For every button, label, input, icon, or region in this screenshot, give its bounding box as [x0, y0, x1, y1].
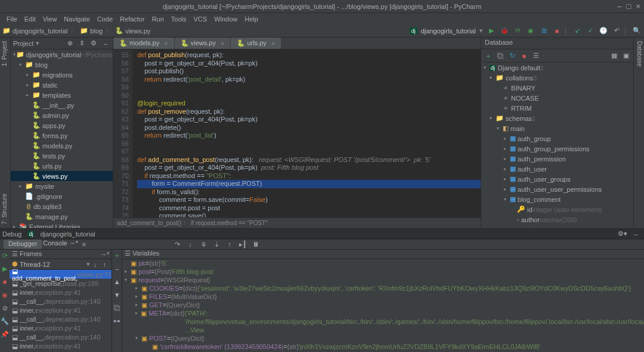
revert-icon[interactable]: ↶ [612, 26, 621, 36]
code-line[interactable] [137, 148, 481, 156]
variable-row[interactable]: ▸▣ COOKIES = {dict} {'sessionid': 'w3ie2… [122, 284, 644, 292]
code-line[interactable] [137, 83, 481, 92]
stack-frame[interactable]: ⬓ add_comment_to_post, views.py:71 [10, 270, 112, 279]
settings-wrench-icon[interactable]: 🔧 [0, 316, 10, 326]
db-tree-item[interactable]: ⫩ NOCASE [481, 93, 633, 103]
add-watch-icon[interactable]: + [112, 251, 122, 260]
resume-icon[interactable]: ▶ [0, 264, 10, 273]
step-into-my-icon[interactable]: ⤋ [199, 239, 208, 249]
watch-up-icon[interactable]: ▲ [112, 277, 122, 286]
menu-help[interactable]: Help [242, 15, 261, 23]
project-tree-item[interactable]: 🐍 urls.py [11, 161, 113, 171]
structure-toolwindow-tab[interactable]: 7: Structure [0, 190, 10, 228]
commit-icon[interactable]: ✓ [586, 26, 595, 36]
project-tree-item[interactable]: 🐍 admin.py [11, 110, 113, 120]
project-tree-item[interactable]: 🐍 views.py [11, 171, 113, 181]
code-line[interactable]: if request.method == "POST": [137, 172, 481, 180]
stack-frame[interactable]: ⬓ inner, exception.py:41 [10, 288, 112, 297]
project-tree-item[interactable]: ▸📁 migrations [11, 70, 113, 80]
menu-vcs[interactable]: VCS [191, 15, 210, 23]
step-over-icon[interactable]: ↷ [172, 239, 182, 249]
menu-refactor[interactable]: Refactor [117, 15, 148, 23]
code-line[interactable] [137, 92, 481, 100]
add-datasource-icon[interactable]: + [484, 51, 493, 61]
threads-icon[interactable]: ≡ [79, 239, 89, 249]
code-line[interactable]: post = get_object_or_404(Post, pk=pk) [137, 60, 481, 68]
db-tree-item[interactable]: ▸▦ auth_user_groups [481, 174, 633, 184]
db-tree-item[interactable]: ▸▦ auth_group_permissions [481, 144, 633, 154]
code-line[interactable]: def post_remove(request, pk): [137, 108, 481, 116]
code-line[interactable]: comment.save() [137, 212, 481, 217]
minimize-button[interactable]: – [617, 2, 621, 11]
update-project-icon[interactable]: ↙ [572, 26, 582, 36]
stack-frame[interactable]: ⬓ inner, exception.py:41 [10, 341, 112, 350]
run-config-selector[interactable]: djangogirls_tutorial [421, 27, 476, 35]
project-toolwindow-tab[interactable]: 1: Project [0, 38, 10, 70]
history-icon[interactable]: 🕐 [599, 26, 608, 36]
db-tree-item[interactable]: ▾📁 schemas 1 [481, 113, 633, 123]
evaluate-icon[interactable]: 🖩 [251, 239, 261, 249]
show-watches-icon[interactable]: 👓 [112, 316, 122, 326]
project-tree-item[interactable]: ▸📚 External Libraries [11, 222, 113, 228]
breadcrumb-file[interactable]: views.py [125, 27, 150, 35]
stack-frame[interactable]: ⬓ inner, exception.py:41 [10, 323, 112, 332]
db-tree-item[interactable]: ▫ text text [481, 225, 633, 228]
code-line[interactable]: def post_publish(request, pk): [137, 51, 481, 60]
debug-config-name[interactable]: djangogirls_tutorial [40, 230, 95, 238]
hide-icon[interactable]: – [101, 39, 110, 48]
code-line[interactable] [137, 140, 481, 148]
project-tree-item[interactable]: ▾📁 blog [11, 60, 113, 70]
force-step-icon[interactable]: ⇣ [212, 239, 221, 249]
variable-row[interactable]: ▣ 'csrfmiddlewaretoken' (139923459050424… [122, 342, 644, 351]
db-tree-item[interactable]: ⫩ RTRIM [481, 103, 633, 113]
variable-row[interactable]: ▾▣ POST = {QueryDict} [122, 334, 644, 342]
stack-frame[interactable]: ⬓ __call__, deprecation.py:140 [10, 297, 112, 306]
debugger-subtab[interactable]: Debugger [4, 239, 42, 249]
editor-breadcrumb[interactable]: add_comment_to_post() 〉 if request.metho… [113, 217, 481, 228]
menu-window[interactable]: Window [211, 15, 240, 23]
db-tree-item[interactable]: ▾◧ main [481, 123, 633, 133]
duplicate-watch-icon[interactable]: ⿻ [112, 303, 122, 313]
code-line[interactable]: comment.post = post [137, 204, 481, 213]
run-coverage-button[interactable]: ⟳ [513, 26, 522, 36]
debug-settings-icon[interactable]: ⚙▾ [618, 229, 627, 239]
menu-edit[interactable]: Edit [21, 15, 39, 23]
remove-watch-icon[interactable]: – [112, 264, 122, 273]
db-tree-item[interactable]: 🔑 id integer (auto increment) [481, 204, 633, 214]
project-tree-item[interactable]: ▸📁 mysite [11, 181, 113, 191]
console-icon[interactable]: ▣ [621, 51, 631, 61]
code-line[interactable]: form = CommentForm(request.POST) [137, 180, 481, 188]
menu-navigate[interactable]: Navigate [61, 15, 92, 23]
project-tree-item[interactable]: 🐍 __init__.py [11, 100, 113, 110]
code-line[interactable]: @login_required [137, 99, 481, 108]
editor-tab[interactable]: 🐍 models.py× [113, 38, 174, 49]
run-to-cursor-icon[interactable]: ▸┃ [238, 239, 247, 249]
watch-down-icon[interactable]: ▼ [112, 290, 122, 300]
project-tree-item[interactable]: 🛢 db.sqlite3 [11, 201, 113, 211]
db-tree-item[interactable]: ▾dj Django default 1 [481, 63, 633, 73]
close-tab-icon[interactable]: × [221, 40, 224, 47]
stack-frame[interactable]: ⬓ __call__, deprecation.py:140 [10, 314, 112, 323]
menu-file[interactable]: File [4, 15, 20, 23]
project-tree-item[interactable]: 🐍 forms.py [11, 130, 113, 141]
stack-frame[interactable]: ⬓ _get_response, base.py:185 [10, 279, 112, 288]
db-tree-item[interactable]: ▸▦ auth_user [481, 164, 633, 174]
close-tab-icon[interactable]: × [164, 40, 168, 47]
code-line[interactable]: post.publish() [137, 67, 481, 76]
stop-debug-icon[interactable]: ■ [0, 277, 10, 286]
duplicate-icon[interactable]: ⿻ [496, 51, 505, 61]
dropdown-icon[interactable]: ▾ [479, 27, 483, 35]
code-line[interactable]: def add_comment_to_post(request, pk): re… [137, 156, 481, 164]
project-tree-item[interactable]: ▾📁 djangogirls_tutorial ~/Pycharm [11, 49, 113, 60]
filter-icon[interactable]: ▦ [609, 51, 619, 61]
db-tree-item[interactable]: ▸▦ auth_user_user_permissions [481, 184, 633, 194]
debug-button[interactable]: 🐞 [500, 26, 509, 36]
code-line[interactable]: post = get_object_or_404(Post, pk=pk) [137, 116, 481, 124]
variable-row[interactable]: ▾▣ request = {WSGIRequest} [122, 276, 644, 284]
stack-frame[interactable]: ⬓ __call__, deprecation.py:140 [10, 332, 112, 341]
db-tree-item[interactable]: ▸▦ auth_permission [481, 154, 633, 164]
menu-view[interactable]: View [40, 15, 60, 23]
step-into-icon[interactable]: ↓ [185, 239, 195, 249]
close-tab-icon[interactable]: × [271, 40, 275, 47]
stop-icon[interactable]: ■ [519, 51, 529, 61]
